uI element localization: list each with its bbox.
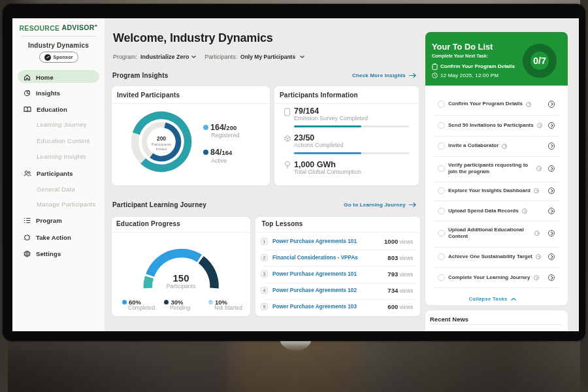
svg-text:Participants: Participants [152, 142, 171, 146]
svg-text:Invited: Invited [155, 147, 167, 151]
svg-text:200: 200 [157, 135, 166, 142]
